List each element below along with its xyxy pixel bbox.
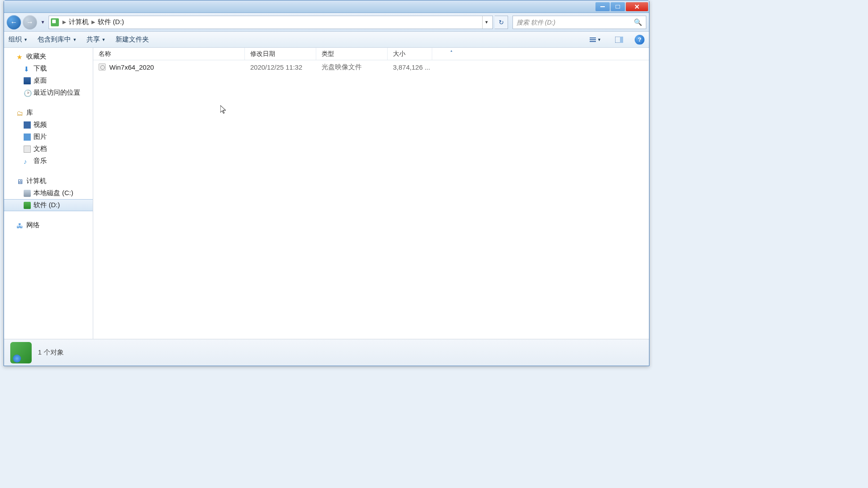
file-name-cell: Win7x64_2020 (99, 63, 250, 71)
maximize-icon (616, 5, 620, 8)
tree-item-label: 图片 (33, 133, 47, 141)
new-folder-label: 新建文件夹 (116, 35, 149, 44)
refresh-icon: ↻ (499, 19, 504, 26)
include-label: 包含到库中 (37, 35, 71, 44)
library-icon: 🗂 (17, 109, 24, 117)
file-row[interactable]: Win7x64_2020 2020/12/25 11:32 光盘映像文件 3,8… (93, 60, 649, 74)
tree-item-label: 音乐 (33, 157, 47, 165)
minimize-icon (600, 6, 605, 7)
address-bar[interactable]: ▶ 计算机 ▶ 软件 (D:) ▾ (49, 16, 493, 29)
address-dropdown-button[interactable]: ▾ (482, 16, 491, 29)
file-size: 3,874,126 ... (393, 63, 430, 71)
breadcrumb-sep-icon[interactable]: ▶ (62, 19, 67, 25)
back-button[interactable]: ← (7, 15, 21, 29)
tree-item-pictures[interactable]: 图片 (4, 131, 93, 143)
breadcrumb-drive-d[interactable]: 软件 (D:) (96, 18, 126, 26)
computer-icon: 🖥 (17, 178, 24, 185)
share-label: 共享 (87, 35, 100, 44)
pane-icon (615, 37, 623, 43)
file-size-cell: 3,874,126 ... (393, 63, 438, 71)
sort-indicator-icon: ▴ (174, 49, 729, 53)
tree-group-network: 🖧 网络 (4, 219, 93, 231)
window-controls (595, 2, 648, 11)
drive-icon (24, 190, 31, 197)
video-icon (24, 121, 31, 129)
tree-item-music[interactable]: ♪ 音乐 (4, 155, 93, 167)
toolbar: 组织 ▼ 包含到库中 ▼ 共享 ▼ 新建文件夹 ▼ ? (4, 32, 649, 48)
include-in-library-button[interactable]: 包含到库中 ▼ (37, 35, 77, 44)
close-button[interactable] (626, 2, 648, 11)
computer-label: 计算机 (26, 177, 46, 185)
star-icon: ★ (17, 53, 24, 60)
view-options-button[interactable]: ▼ (587, 34, 603, 46)
file-list: ▴ 名称 修改日期 类型 大小 Win7x64_2020 2020/12/25 … (93, 48, 649, 339)
tree-item-recent[interactable]: 🕑 最近访问的位置 (4, 87, 93, 99)
breadcrumb-sep-icon[interactable]: ▶ (91, 19, 96, 25)
refresh-button[interactable]: ↻ (495, 16, 508, 29)
new-folder-button[interactable]: 新建文件夹 (116, 35, 149, 44)
file-name: Win7x64_2020 (109, 63, 154, 71)
tree-item-drive-c[interactable]: 本地磁盘 (C:) (4, 187, 93, 199)
tree-item-drive-d[interactable]: 软件 (D:) (4, 199, 93, 211)
close-icon (635, 4, 639, 9)
tree-item-downloads[interactable]: ⬇ 下载 (4, 63, 93, 75)
tree-header-favorites[interactable]: ★ 收藏夹 (4, 50, 93, 63)
chevron-down-icon: ▼ (24, 38, 28, 42)
organize-label: 组织 (8, 35, 22, 44)
recent-icon: 🕑 (24, 89, 31, 96)
column-name-label: 名称 (99, 50, 111, 58)
help-button[interactable]: ? (635, 35, 645, 45)
chevron-down-icon: ▼ (73, 38, 77, 42)
svg-rect-0 (600, 6, 605, 7)
minimize-button[interactable] (595, 2, 610, 11)
libraries-label: 库 (26, 108, 33, 117)
search-icon[interactable]: 🔍 (634, 18, 642, 26)
search-box[interactable]: 🔍 (513, 16, 646, 29)
tree-item-label: 下载 (33, 64, 47, 73)
share-button[interactable]: 共享 ▼ (87, 35, 106, 44)
tree-item-label: 桌面 (33, 76, 47, 85)
nav-tree: ★ 收藏夹 ⬇ 下载 桌面 🕑 最近访问的位置 🗂 (4, 48, 93, 339)
tree-item-label: 软件 (D:) (33, 201, 60, 209)
tree-header-computer[interactable]: 🖥 计算机 (4, 175, 93, 187)
drive-icon (51, 18, 59, 26)
svg-rect-3 (620, 37, 623, 43)
file-date: 2020/12/25 11:32 (250, 63, 302, 71)
tree-group-favorites: ★ 收藏夹 ⬇ 下载 桌面 🕑 最近访问的位置 (4, 50, 93, 99)
navbar: ← → ▼ ▶ 计算机 ▶ 软件 (D:) ▾ ↻ 🔍 (4, 13, 649, 32)
tree-item-label: 文档 (33, 145, 47, 153)
forward-button[interactable]: → (23, 15, 37, 29)
music-icon: ♪ (24, 158, 31, 165)
chevron-down-icon: ▼ (597, 38, 601, 42)
search-input[interactable] (517, 19, 634, 26)
tree-header-network[interactable]: 🖧 网络 (4, 219, 93, 231)
tree-group-libraries: 🗂 库 视频 图片 文档 ♪ 音乐 (4, 107, 93, 167)
tree-item-label: 本地磁盘 (C:) (33, 189, 73, 197)
file-date-cell: 2020/12/25 11:32 (250, 63, 322, 71)
status-bar: 1 个对象 (4, 339, 649, 366)
tree-item-label: 最近访问的位置 (33, 88, 80, 97)
breadcrumb-computer[interactable]: 计算机 (67, 18, 91, 26)
tree-item-documents[interactable]: 文档 (4, 143, 93, 155)
file-type: 光盘映像文件 (322, 63, 362, 71)
explorer-window: ← → ▼ ▶ 计算机 ▶ 软件 (D:) ▾ ↻ 🔍 组织 ▼ 包含到 (4, 0, 649, 366)
maximize-button[interactable] (611, 2, 625, 11)
preview-pane-button[interactable] (613, 34, 625, 46)
tree-header-libraries[interactable]: 🗂 库 (4, 107, 93, 119)
iso-file-icon (99, 63, 106, 71)
body: ★ 收藏夹 ⬇ 下载 桌面 🕑 最近访问的位置 🗂 (4, 48, 649, 339)
network-icon: 🖧 (17, 222, 24, 229)
document-icon (24, 146, 31, 153)
desktop-icon (24, 77, 31, 84)
svg-rect-1 (616, 5, 620, 8)
list-icon (590, 38, 596, 42)
tree-item-videos[interactable]: 视频 (4, 119, 93, 131)
drive-large-icon (10, 342, 32, 363)
tree-item-desktop[interactable]: 桌面 (4, 75, 93, 87)
column-headers: ▴ 名称 修改日期 类型 大小 (93, 48, 649, 60)
forward-arrow-icon: → (26, 18, 33, 26)
organize-button[interactable]: 组织 ▼ (8, 35, 28, 44)
nav-history-dropdown[interactable]: ▼ (39, 20, 47, 25)
picture-icon (24, 133, 31, 141)
chevron-down-icon: ▼ (102, 38, 106, 42)
